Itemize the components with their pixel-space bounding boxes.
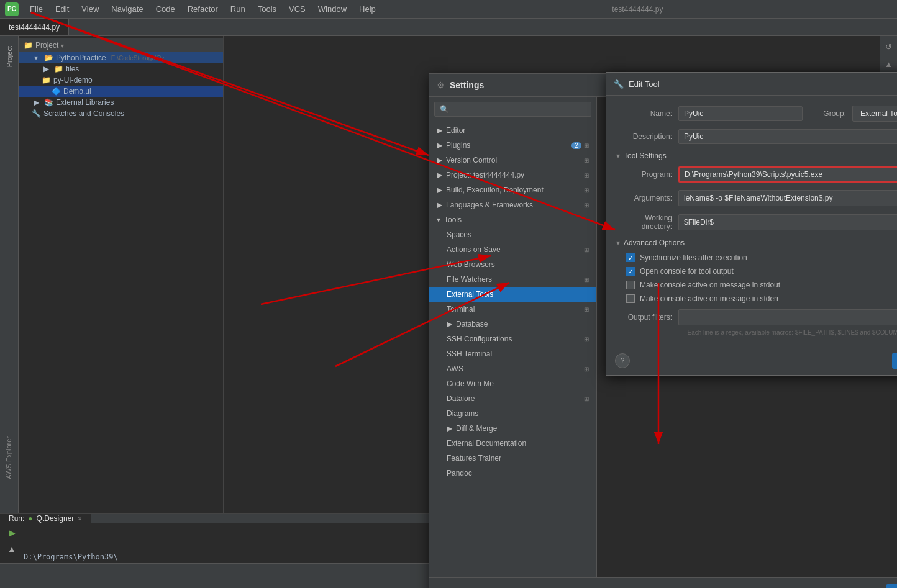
menu-view[interactable]: View	[76, 2, 104, 16]
settings-database[interactable]: ▶ Database	[429, 317, 596, 332]
aws-explorer-panel[interactable]: AWS Explorer	[0, 402, 17, 513]
edit-tool-title: Edit Tool	[629, 79, 660, 89]
settings-search-input[interactable]	[434, 102, 591, 117]
settings-icon-btn: ⊞	[584, 157, 589, 164]
settings-diagrams[interactable]: Diagrams	[429, 406, 596, 421]
settings-project[interactable]: ▶ Project: test4444444.py ⊞	[429, 168, 596, 183]
tool-settings-section[interactable]: ▾ Tool Settings	[616, 152, 897, 160]
rerun-button[interactable]: ▶	[5, 526, 19, 540]
menu-file[interactable]: File	[25, 2, 48, 16]
settings-ok-button[interactable]: OK	[886, 584, 897, 588]
settings-item-label: Terminal	[447, 305, 475, 314]
run-tab-close-icon[interactable]: ×	[78, 515, 81, 522]
settings-aws[interactable]: AWS ⊞	[429, 361, 596, 376]
project-panel-label[interactable]: Project	[3, 41, 16, 72]
edit-tool-footer: ? OK Cancel	[606, 346, 897, 375]
scroll-up-button[interactable]: ▲	[5, 542, 19, 556]
main-layout: Project 📁 Project ▾ ▾ 📂 PythonPractice E…	[0, 36, 897, 513]
tree-files[interactable]: ▶ 📁 files	[19, 63, 223, 75]
tree-pythonpractice[interactable]: ▾ 📂 PythonPractice E:\CodeStorage\Pyt	[19, 52, 223, 63]
tree-external-libraries[interactable]: ▶ 📚 External Libraries	[19, 97, 223, 108]
settings-file-watchers[interactable]: File Watchers ⊞	[429, 272, 596, 287]
menu-navigate[interactable]: Navigate	[106, 2, 148, 16]
folder-icon: 📁	[41, 76, 51, 84]
tree-scratches[interactable]: 🔧 Scratches and Consoles	[19, 108, 223, 119]
tree-demo-ui[interactable]: 🔷 Demo.ui	[19, 86, 223, 97]
settings-tools[interactable]: ▾ Tools	[429, 212, 596, 227]
settings-item-label: Build, Execution, Deployment	[446, 186, 544, 194]
settings-terminal[interactable]: Terminal ⊞	[429, 302, 596, 317]
plugins-badge: 2	[571, 142, 581, 149]
project-icon: 📁	[24, 41, 33, 50]
settings-pandoc[interactable]: Pandoc	[429, 466, 596, 481]
output-filters-input[interactable]	[678, 309, 897, 325]
menu-vcs[interactable]: VCS	[284, 2, 311, 16]
settings-icon-btn: ⊞	[584, 142, 589, 149]
settings-external-documentation[interactable]: External Documentation	[429, 436, 596, 451]
tree-item-label: Demo.ui	[63, 87, 91, 96]
settings-languages[interactable]: ▶ Languages & Frameworks ⊞	[429, 197, 596, 212]
settings-code-with-me[interactable]: Code With Me	[429, 376, 596, 391]
settings-item-label: Tools	[444, 215, 462, 224]
settings-icon-btn: ⊞	[584, 172, 589, 179]
arguments-input[interactable]	[678, 190, 897, 206]
settings-item-label: Spaces	[447, 230, 471, 239]
settings-item-label: External Documentation	[447, 439, 526, 448]
tree-py-ui-demo[interactable]: 📁 py-UI-demo	[19, 75, 223, 86]
refresh-button[interactable]: ↺	[882, 40, 896, 53]
settings-icon-btn: ⊞	[584, 366, 589, 373]
program-input[interactable]	[678, 166, 897, 183]
project-label[interactable]: 📁 Project ▾	[24, 41, 64, 50]
tree-item-path: E:\CodeStorage\Pyt	[111, 55, 166, 61]
menu-code[interactable]: Code	[151, 2, 180, 16]
settings-version-control[interactable]: ▶ Version Control ⊞	[429, 153, 596, 168]
window-title: test4444444.py	[383, 5, 892, 14]
sync-files-checkbox[interactable]: ✓	[626, 253, 635, 262]
project-tree-header: 📁 Project ▾	[19, 38, 223, 52]
run-tab[interactable]: Run: ● QtDesigner ×	[0, 514, 91, 523]
settings-editor[interactable]: ▶ Editor	[429, 123, 596, 138]
advanced-options-section[interactable]: ▾ Advanced Options	[616, 238, 897, 247]
make-active-stderr-checkbox[interactable]	[626, 294, 635, 303]
up-nav-button[interactable]: ▲	[882, 57, 896, 71]
settings-item-label: External Tools	[447, 290, 493, 299]
expand-icon: ▶	[447, 320, 452, 328]
group-select[interactable]: External Tools	[852, 106, 897, 122]
settings-build[interactable]: ▶ Build, Execution, Deployment ⊞	[429, 183, 596, 197]
menu-window[interactable]: Window	[313, 2, 352, 16]
help-button[interactable]: ?	[615, 353, 630, 368]
menu-tools[interactable]: Tools	[253, 2, 281, 16]
run-dot-icon: ●	[28, 514, 32, 523]
settings-actions-on-save[interactable]: Actions on Save ⊞	[429, 242, 596, 257]
open-console-checkbox[interactable]: ✓	[626, 267, 635, 276]
description-input[interactable]	[678, 129, 897, 144]
settings-external-tools[interactable]: External Tools	[429, 287, 596, 302]
menu-run[interactable]: Run	[225, 2, 250, 16]
working-dir-input-group: + 📁	[678, 214, 897, 230]
tree-item-label: Scratches and Consoles	[43, 109, 124, 118]
app-logo: PC	[5, 2, 19, 16]
settings-icon-btn: ⊞	[584, 247, 589, 253]
program-label: Program:	[616, 170, 672, 179]
settings-spaces[interactable]: Spaces	[429, 227, 596, 242]
folder-expand-icon: ▾	[31, 53, 41, 62]
menu-help[interactable]: Help	[354, 2, 381, 16]
edit-tool-ok-button[interactable]: OK	[892, 353, 897, 369]
make-active-stdout-checkbox[interactable]	[626, 281, 635, 289]
expand-icon: ▶	[447, 424, 452, 433]
settings-features-trainer[interactable]: Features Trainer	[429, 451, 596, 466]
name-input[interactable]	[678, 106, 803, 121]
tab-test-file[interactable]: test4444444.py	[0, 19, 69, 35]
section-arrow-icon: ▾	[616, 152, 620, 160]
project-dropdown-icon[interactable]: ▾	[61, 42, 64, 49]
menu-edit[interactable]: Edit	[50, 2, 74, 16]
settings-plugins[interactable]: ▶ Plugins 2 ⊞	[429, 138, 596, 153]
settings-web-browsers[interactable]: Web Browsers	[429, 257, 596, 272]
settings-ssh-configurations[interactable]: SSH Configurations ⊞	[429, 332, 596, 346]
settings-diff-merge[interactable]: ▶ Diff & Merge	[429, 421, 596, 436]
settings-footer: OK Cancel	[429, 577, 897, 588]
working-dir-input[interactable]	[678, 214, 897, 230]
menu-refactor[interactable]: Refactor	[183, 2, 223, 16]
settings-datalore[interactable]: Datalore ⊞	[429, 391, 596, 406]
settings-ssh-terminal[interactable]: SSH Terminal	[429, 346, 596, 361]
